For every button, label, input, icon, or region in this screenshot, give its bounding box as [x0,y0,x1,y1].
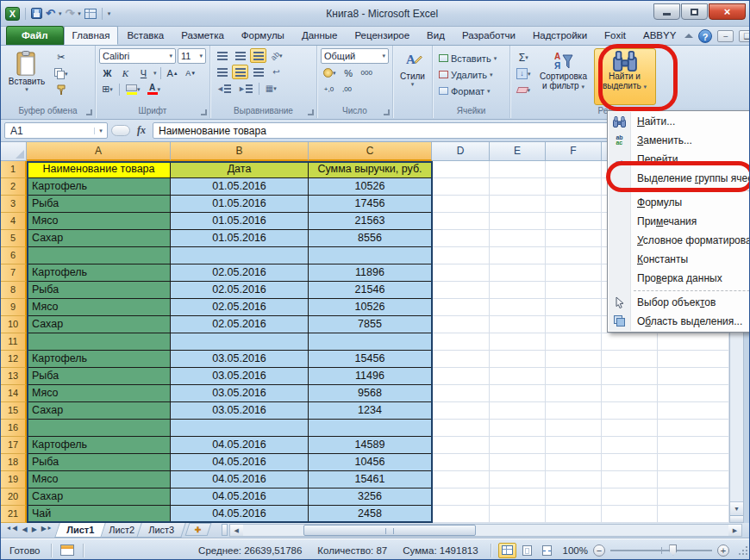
cell-A21[interactable]: Чай [27,506,171,523]
cell-H16[interactable] [658,420,729,437]
cell-A3[interactable]: Рыба [27,196,171,213]
row-header-7[interactable]: 7 [1,264,27,282]
cell-D11[interactable] [432,333,490,351]
format-cells-button[interactable]: Формат▾ [436,84,499,98]
cell-A18[interactable]: Рыба [27,454,171,471]
cell-E12[interactable] [490,351,546,368]
paste-button[interactable]: Вставить ▾ [4,48,49,105]
font-color-button[interactable]: А ▾ [145,82,164,96]
cell-C4[interactable]: 21563 [309,213,432,230]
redo-dropdown-icon[interactable]: ▾ [78,10,81,17]
cell-C10[interactable]: 7855 [309,316,432,333]
redo-icon[interactable]: ↷ [65,8,74,19]
save-icon[interactable] [31,8,42,19]
fill-button[interactable]: ↓▾ [514,66,534,81]
find-select-button[interactable]: Найти ивыделить ▾ [594,48,656,105]
align-top-button[interactable] [214,48,230,63]
resize-grip[interactable] [738,545,748,556]
clear-button[interactable]: ▾ [514,83,534,97]
help-icon[interactable]: ? [698,29,712,43]
column-header-E[interactable]: E [490,142,546,161]
italic-button[interactable]: К [117,65,134,80]
row-header-17[interactable]: 17 [1,437,27,454]
cell-G12[interactable] [602,351,658,368]
align-center-button[interactable] [232,65,248,79]
prev-sheet-icon[interactable]: ◀ [22,526,28,533]
zoom-slider-thumb[interactable] [669,544,677,556]
next-sheet-icon[interactable]: ▶ [32,526,37,533]
cell-D10[interactable] [432,316,490,333]
cell-F15[interactable] [546,402,602,420]
cell-E17[interactable] [490,437,546,454]
cell-B11[interactable] [171,333,309,351]
zoom-in-button[interactable]: + [717,544,729,557]
select-all-corner[interactable] [1,142,27,161]
cell-D9[interactable] [432,299,490,316]
row-header-15[interactable]: 15 [1,402,27,420]
cell-E5[interactable] [490,230,546,247]
cell-C6[interactable] [309,247,432,264]
borders-button[interactable]: ⊞▾ [99,82,116,96]
cell-F13[interactable] [546,368,602,385]
percent-button[interactable]: % [341,65,357,80]
row-header-4[interactable]: 4 [1,213,27,230]
cell-G20[interactable] [602,488,658,506]
row-header-14[interactable]: 14 [1,385,27,402]
bold-button[interactable]: Ж [99,65,116,80]
menu-item-conditional-formatting[interactable]: Условное форматирование [608,231,750,250]
cell-B10[interactable]: 02.05.2016 [171,316,309,333]
cell-A20[interactable]: Сахар [27,488,171,506]
merge-center-button[interactable]: ▦▾ [263,81,279,96]
zoom-level[interactable]: 100% [563,545,588,556]
cell-E10[interactable] [490,316,546,333]
cell-A5[interactable]: Сахар [27,230,171,247]
cell-B4[interactable]: 01.05.2016 [171,213,309,230]
cell-E19[interactable] [490,471,546,488]
accounting-format-button[interactable]: ▾ [321,65,339,80]
menu-item-constants[interactable]: Константы [608,250,750,269]
cell-D3[interactable] [432,196,490,213]
row-header-9[interactable]: 9 [1,299,27,316]
cell-E7[interactable] [490,264,546,282]
cell-A8[interactable]: Рыба [27,282,171,299]
increase-decimal-button[interactable]: +,0 [321,82,337,96]
workbook-minimize-icon[interactable]: – [717,30,734,42]
cell-B18[interactable]: 04.05.2016 [171,454,309,471]
row-header-16[interactable]: 16 [1,420,27,437]
shrink-font-button[interactable]: А▼ [183,65,199,80]
cell-D12[interactable] [432,351,490,368]
menu-item-replace[interactable]: abacЗаменить... [608,131,750,150]
cell-B17[interactable]: 04.05.2016 [171,437,309,454]
underline-button[interactable]: Ч [135,65,152,80]
cell-D13[interactable] [432,368,490,385]
cell-A19[interactable]: Мясо [27,471,171,488]
cell-E2[interactable] [490,178,546,196]
cell-A9[interactable]: Мясо [27,299,171,316]
workbook-restore-icon[interactable]: ❑ [739,30,750,42]
cell-H21[interactable] [658,506,729,523]
decrease-decimal-button[interactable]: ,00 [339,82,355,96]
horizontal-scrollbar[interactable]: ◀ ▶ [229,524,742,537]
column-header-A[interactable]: A [27,142,171,161]
styles-button[interactable]: А Стили ▾ [397,48,428,105]
cell-E1[interactable] [490,161,546,178]
cell-B6[interactable] [171,247,309,264]
cell-D5[interactable] [432,230,490,247]
cell-A6[interactable] [27,247,171,264]
cell-C11[interactable] [309,333,432,351]
row-header-11[interactable]: 11 [1,333,27,351]
cell-B5[interactable]: 01.05.2016 [171,230,309,247]
cell-A14[interactable]: Мясо [27,385,171,402]
restore-button[interactable] [681,3,708,20]
cell-A11[interactable] [27,333,171,351]
cell-C3[interactable]: 17456 [309,196,432,213]
menu-item-data-validation[interactable]: Проверка данных [608,269,750,288]
menu-item-formulas[interactable]: Формулы [608,193,750,212]
row-header-1[interactable]: 1 [1,161,27,178]
tab-Данные[interactable]: Данные [293,26,347,45]
tab-Формулы[interactable]: Формулы [233,26,293,45]
cell-B15[interactable]: 03.05.2016 [171,402,309,420]
row-header-20[interactable]: 20 [1,488,27,506]
insert-sheet-tab[interactable]: ✚ [184,523,211,536]
column-header-D[interactable]: D [432,142,490,161]
